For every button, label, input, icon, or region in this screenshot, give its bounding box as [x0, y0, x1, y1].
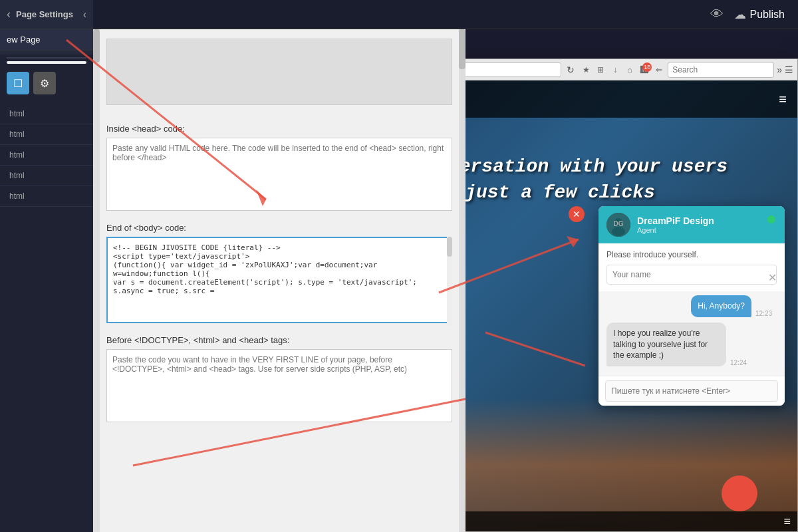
sidebar-title: Page Settings: [16, 9, 73, 19]
sidebar-html-item[interactable]: html: [0, 124, 93, 145]
chat-name-input[interactable]: [606, 265, 777, 285]
chat-message-input[interactable]: [605, 380, 778, 402]
chat-agent-info: DreamPiF Design Agent: [637, 215, 714, 234]
chat-widget: DG DreamPiF Design Agent Please introduc…: [598, 206, 785, 406]
ps-doctype-label: Before <!DOCTYPE>, <html> and <head> tag…: [106, 335, 452, 345]
browser-nav-hamburger[interactable]: ≡: [779, 92, 787, 107]
browser-star-icon[interactable]: ★: [580, 64, 592, 76]
browser-search-input[interactable]: [668, 62, 774, 78]
browser-arrows-icon[interactable]: ⇐: [653, 64, 665, 76]
sidebar-settings-icon-button[interactable]: ⚙: [33, 72, 56, 94]
chat-msg-time-2: 12:24: [730, 359, 751, 366]
sidebar-divider: [7, 57, 86, 59]
top-bar: 👁 ☁ Publish: [93, 0, 798, 29]
chat-message-sent: 12:23 Hi, Anybody?: [606, 295, 777, 317]
svg-point-5: [612, 227, 625, 236]
publish-cloud-icon: ☁: [734, 7, 746, 22]
ps-body-code-input[interactable]: <!-- BEGIN JIVOSITE CODE {literal} --> <…: [106, 237, 452, 323]
ps-head-code-input[interactable]: [106, 138, 452, 211]
chat-msg-time-1: 12:23: [755, 310, 777, 317]
ps-preview-section: [93, 29, 466, 105]
chat-messages-area: 12:23 Hi, Anybody? I hope you realize yo…: [598, 291, 785, 376]
chat-msg-bubble-sent: Hi, Anybody?: [691, 295, 751, 317]
code-scrollbar[interactable]: [447, 237, 452, 326]
chat-agent-title: Agent: [637, 226, 714, 234]
chat-close-button[interactable]: ✕: [768, 271, 777, 284]
chat-avatar-svg: DG: [606, 213, 630, 237]
chat-intro-body: Please introduce yourself. ✕: [598, 243, 785, 291]
preview-eye-icon[interactable]: 👁: [710, 7, 724, 22]
ps-scrollbar-thumb[interactable]: [459, 29, 466, 69]
browser-menu-button[interactable]: ☰: [785, 65, 793, 75]
browser-more-button[interactable]: »: [777, 65, 782, 75]
chat-intro-text: Please introduce yourself.: [606, 250, 777, 259]
sidebar-page-label: ew Page: [0, 29, 93, 51]
ps-code-wrapper: <!-- BEGIN JIVOSITE CODE {literal} --> <…: [106, 237, 452, 326]
browser-addon-badge: 18: [642, 63, 652, 72]
browser-addon-icon[interactable]: 🅰18: [638, 64, 650, 76]
panel-close-button[interactable]: ✕: [569, 206, 585, 222]
left-sidebar: ‹ Page Settings ‹ ew Page ☐ ⚙ html html …: [0, 0, 93, 532]
left-panel-scrollbar-thumb[interactable]: [93, 29, 100, 63]
sidebar-html-item[interactable]: html: [0, 104, 93, 124]
code-scrollbar-thumb[interactable]: [447, 237, 452, 257]
ps-doctype-input[interactable]: [106, 349, 452, 422]
sidebar-html-item[interactable]: html: [0, 186, 93, 207]
left-panel-scrollbar[interactable]: [93, 29, 100, 532]
sidebar-html-item[interactable]: html: [0, 166, 93, 186]
sidebar-back-button[interactable]: ‹: [7, 7, 11, 21]
chat-msg-bubble-received: I hope you realize you're talking to you…: [606, 323, 726, 366]
chat-agent-name: DreamPiF Design: [637, 215, 714, 226]
ps-head-code-label: Inside <head> code:: [106, 124, 452, 134]
browser-bottom-hamburger-icon[interactable]: ≡: [783, 515, 791, 529]
publish-label: Publish: [750, 9, 785, 21]
ps-preview-box: [106, 39, 452, 105]
sidebar-icon-row: ☐ ⚙: [0, 66, 93, 100]
browser-refresh-button[interactable]: ↻: [564, 63, 577, 76]
chat-header: DG DreamPiF Design Agent: [598, 206, 785, 243]
chat-message-received: I hope you realize you're talking to you…: [606, 323, 777, 366]
sidebar-html-list: html html html html html: [0, 100, 93, 211]
ps-doctype-section: Before <!DOCTYPE>, <html> and <head> tag…: [93, 326, 466, 425]
browser-download-icon[interactable]: ↓: [609, 64, 621, 76]
chat-agent-avatar: DG: [606, 213, 630, 237]
chat-online-indicator: [767, 215, 775, 223]
sidebar-html-item[interactable]: html: [0, 145, 93, 166]
sidebar-page-icon-button[interactable]: ☐: [7, 72, 29, 94]
publish-button[interactable]: ☁ Publish: [734, 7, 785, 22]
browser-reader-icon[interactable]: ⊞: [595, 64, 606, 76]
ps-body-code-label: End of <body> code:: [106, 223, 452, 233]
ps-head-code-section: Inside <head> code:: [93, 114, 466, 213]
chat-input-area: [598, 376, 785, 406]
ps-scrollbar[interactable]: [459, 29, 466, 532]
sidebar-header: ‹ Page Settings ‹: [0, 0, 93, 29]
page-settings-panel: Inside <head> code: End of <body> code: …: [93, 29, 466, 532]
red-circle-button[interactable]: [722, 475, 757, 511]
svg-text:DG: DG: [614, 220, 624, 227]
sidebar-close-button[interactable]: ‹: [83, 9, 86, 21]
ps-body-code-section: End of <body> code: <!-- BEGIN JIVOSITE …: [93, 213, 466, 326]
browser-home-icon[interactable]: ⌂: [624, 64, 636, 76]
